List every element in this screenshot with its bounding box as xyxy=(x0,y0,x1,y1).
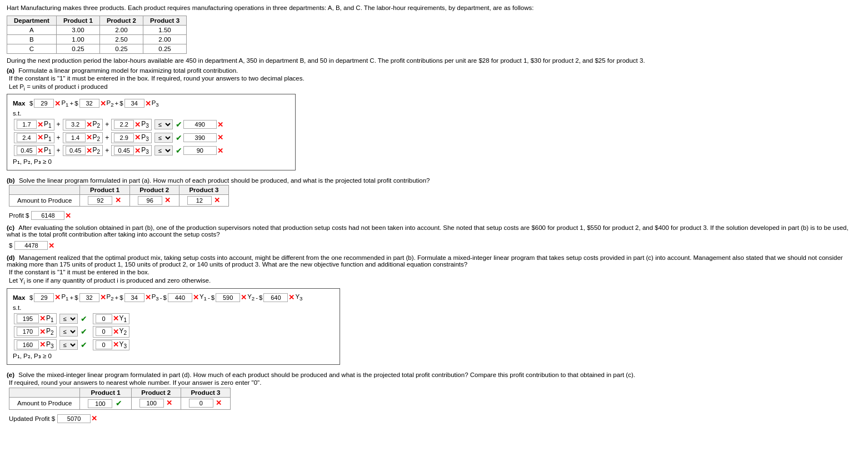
c2-clear3[interactable]: ✕ xyxy=(134,133,141,142)
b-clear-p2[interactable]: ✕ xyxy=(164,196,171,204)
production-text: During the next production period the la… xyxy=(7,57,861,64)
d-obj-cy2[interactable] xyxy=(216,293,240,302)
c2-coef2[interactable] xyxy=(66,133,86,142)
c3-coef2[interactable] xyxy=(66,146,86,155)
d-obj-c2[interactable] xyxy=(79,293,99,302)
c2-box2: ✕ P2 xyxy=(63,132,103,143)
c3-p2: P2 xyxy=(93,146,101,155)
c1-coef1[interactable] xyxy=(17,120,37,129)
intro-text: Hart Manufacturing makes three products.… xyxy=(7,4,861,11)
d-c3-rhs[interactable] xyxy=(96,340,112,349)
c3-ineq[interactable]: ≤≥= xyxy=(154,145,173,155)
d-obj-cy3[interactable] xyxy=(263,293,288,302)
c2-rhs-clear[interactable]: ✕ xyxy=(217,133,223,142)
c3-clear1[interactable]: ✕ xyxy=(37,147,43,155)
e-amount-p2[interactable] xyxy=(139,399,164,408)
d-c2-clear[interactable]: ✕ xyxy=(39,328,46,336)
c1-clear3[interactable]: ✕ xyxy=(134,120,141,129)
d-c2-rhs-clear[interactable]: ✕ xyxy=(113,328,119,336)
c1-rhs[interactable] xyxy=(183,120,217,129)
c2-clear2[interactable]: ✕ xyxy=(86,133,92,142)
profit-b-row: Profit $ ✕ xyxy=(9,211,861,220)
d-c3-coef[interactable] xyxy=(17,340,39,349)
b-clear-p3[interactable]: ✕ xyxy=(214,196,220,204)
d-obj-cy3-clear[interactable]: ✕ xyxy=(288,293,295,302)
d-c2-rhs[interactable] xyxy=(96,327,112,336)
c1-coef3[interactable] xyxy=(114,120,134,129)
profit-e-clear[interactable]: ✕ xyxy=(91,414,97,423)
obj-c3-input[interactable] xyxy=(124,99,144,108)
c1-clear1[interactable]: ✕ xyxy=(37,120,43,129)
profit-c-clear[interactable]: ✕ xyxy=(48,242,54,250)
c1-coef2[interactable] xyxy=(66,120,86,129)
part-a-letter: (a) xyxy=(7,67,14,74)
e-clear-p3[interactable]: ✕ xyxy=(216,399,222,407)
d-obj-c3[interactable] xyxy=(124,293,144,302)
part-b-label: (b) Solve the linear program formulated … xyxy=(7,177,861,184)
d-c1-rhs-clear[interactable]: ✕ xyxy=(113,314,119,323)
d-c1-clear[interactable]: ✕ xyxy=(39,314,46,323)
c3-coef1[interactable] xyxy=(17,146,37,155)
c3-rhs-clear[interactable]: ✕ xyxy=(217,147,223,155)
obj-c3-clear[interactable]: ✕ xyxy=(145,99,151,108)
c1-clear2[interactable]: ✕ xyxy=(86,120,92,129)
dept-cell: 0.25 xyxy=(99,44,143,54)
c2-coef1[interactable] xyxy=(17,133,37,142)
d-c3-ineq[interactable]: ≤≥= xyxy=(59,340,78,350)
d-c3-rhs-clear[interactable]: ✕ xyxy=(113,340,119,349)
c3-clear3[interactable]: ✕ xyxy=(134,147,141,155)
d-c2-coef[interactable] xyxy=(17,327,39,336)
profit-c-input[interactable] xyxy=(14,241,48,250)
b-amount-p1[interactable] xyxy=(88,196,112,205)
e-amount-p3[interactable] xyxy=(189,399,213,408)
max-label: Max xyxy=(13,100,29,107)
d-st-label: s.t. xyxy=(13,304,21,311)
c3-coef3[interactable] xyxy=(114,146,134,155)
obj-c2-input[interactable] xyxy=(79,99,99,108)
obj-c1-clear[interactable]: ✕ xyxy=(54,99,61,108)
d-objective-row: Max $ ✕ P1 + $ ✕ P2 + $ ✕ P3 - $ ✕ Y1 - … xyxy=(13,293,334,302)
d-obj-c1-clear[interactable]: ✕ xyxy=(54,293,61,302)
c2-ineq[interactable]: ≤≥= xyxy=(154,133,173,143)
profit-b-input[interactable] xyxy=(31,211,64,220)
dept-cell: 1.00 xyxy=(56,35,99,44)
c2-rhs[interactable] xyxy=(183,133,217,142)
d-obj-cy2-clear[interactable]: ✕ xyxy=(241,293,247,302)
d-c1-ineq[interactable]: ≤≥= xyxy=(59,314,78,324)
b-amount-p2[interactable] xyxy=(138,196,162,205)
c2-coef3[interactable] xyxy=(114,133,134,142)
obj-c1-input[interactable] xyxy=(34,99,54,108)
c1-ineq[interactable]: ≤≥= xyxy=(154,119,173,129)
c3-rhs[interactable] xyxy=(183,146,217,155)
d-obj-c3-clear[interactable]: ✕ xyxy=(145,293,151,302)
profit-e-input[interactable] xyxy=(57,414,91,423)
c1-rhs-clear[interactable]: ✕ xyxy=(217,120,223,129)
profit-b-label: Profit $ xyxy=(9,212,29,219)
part-e-table: Product 1 Product 2 Product 3 Amount to … xyxy=(9,388,231,410)
c3-clear2[interactable]: ✕ xyxy=(86,147,92,155)
d-c1-check: ✔ xyxy=(81,314,87,323)
b-clear-p1[interactable]: ✕ xyxy=(115,196,121,204)
d-obj-cy1-clear[interactable]: ✕ xyxy=(193,293,199,302)
d-obj-cy1[interactable] xyxy=(168,293,192,302)
d-obj-y1: Y1 xyxy=(199,293,207,302)
e-amount-row: Amount to Produce ✔ ✕ ✕ xyxy=(9,397,231,409)
d-c2-ineq[interactable]: ≤≥= xyxy=(59,327,78,337)
e-amount-p1[interactable] xyxy=(88,399,112,408)
d-c3-clear[interactable]: ✕ xyxy=(39,340,46,349)
part-b-text: Solve the linear program formulated in p… xyxy=(19,177,430,184)
d-c1-rhs[interactable] xyxy=(96,314,112,323)
d-obj-c1[interactable] xyxy=(34,293,54,302)
b-amount-p3[interactable] xyxy=(187,196,212,205)
c2-clear1[interactable]: ✕ xyxy=(37,133,43,142)
d-c1-coef[interactable] xyxy=(17,314,39,323)
d-obj-c2-clear[interactable]: ✕ xyxy=(100,293,106,302)
part-e-subtext: If required, round your answers to neare… xyxy=(9,379,861,386)
part-e-letter: (e) xyxy=(7,371,14,378)
d-max-label: Max xyxy=(13,294,29,301)
obj-c2-clear[interactable]: ✕ xyxy=(100,99,106,108)
d-obj-p3: P3 xyxy=(152,293,159,302)
profit-b-clear[interactable]: ✕ xyxy=(65,212,71,220)
constraint-2-row: ✕ P1 + ✕ P2 + ✕ P3 ≤≥= ✔ ✕ xyxy=(13,132,290,143)
e-clear-p2[interactable]: ✕ xyxy=(166,399,172,407)
